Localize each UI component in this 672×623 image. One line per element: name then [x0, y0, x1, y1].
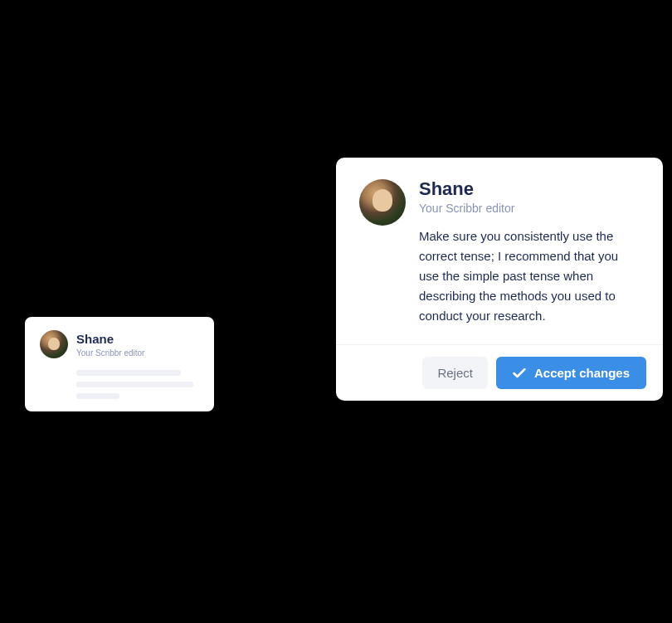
skeleton-placeholder: [76, 370, 199, 399]
editor-role: Your Scribbr editor: [76, 348, 144, 358]
editor-name: Shane: [419, 179, 640, 199]
comment-card-expanded: Shane Your Scribbr editor Make sure you …: [336, 158, 663, 401]
card-header: Shane Your Scribbr editor Make sure you …: [359, 179, 640, 326]
card-content: Shane Your Scribbr editor Make sure you …: [336, 158, 663, 344]
avatar: [359, 179, 406, 226]
avatar: [40, 330, 68, 358]
header-text: Shane Your Scribbr editor Make sure you …: [419, 179, 640, 326]
header-text: Shane Your Scribbr editor: [76, 332, 144, 358]
editor-name: Shane: [76, 332, 144, 347]
comment-card-collapsed[interactable]: Shane Your Scribbr editor: [25, 317, 214, 411]
accept-button[interactable]: Accept changes: [496, 357, 646, 389]
comment-message: Make sure you consistently use the corre…: [419, 226, 640, 326]
card-footer: Reject Accept changes: [336, 344, 663, 401]
reject-button[interactable]: Reject: [422, 357, 488, 389]
editor-role: Your Scribbr editor: [419, 202, 640, 215]
accept-label: Accept changes: [534, 366, 630, 380]
check-icon: [513, 368, 526, 378]
skeleton-line: [76, 370, 181, 376]
card-header: Shane Your Scribbr editor: [40, 330, 199, 358]
skeleton-line: [76, 382, 193, 387]
skeleton-line: [76, 393, 119, 399]
